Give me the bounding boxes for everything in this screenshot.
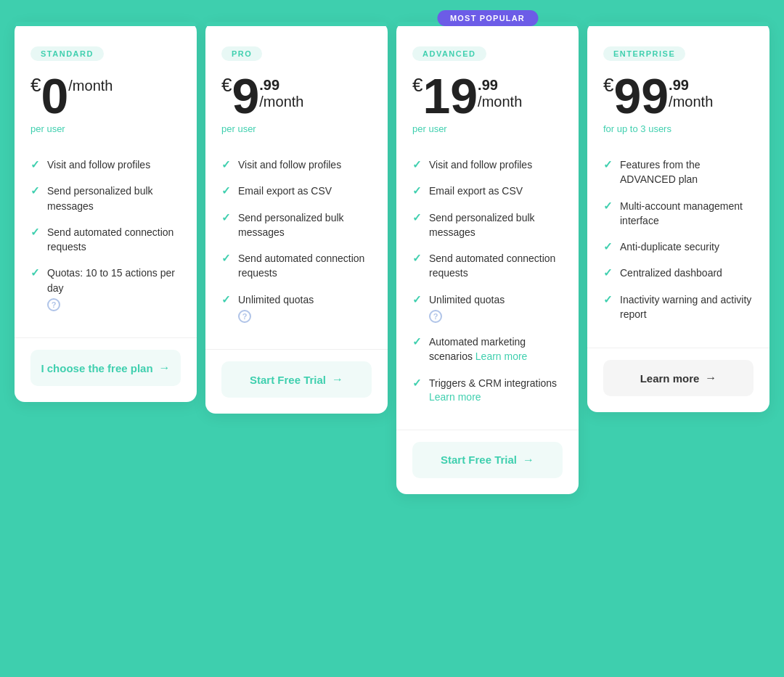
price-main-enterprise: 99 [613, 71, 669, 120]
feature-item-standard-2: ✓Send automated connection requests [30, 225, 181, 255]
feature-item-standard-1: ✓Send personalized bulk messages [30, 184, 181, 213]
feature-text-pro-2: Send personalized bulk messages [238, 212, 344, 238]
feature-text-wrapper-advanced-5: Automated marketing scenarios Learn more [429, 335, 563, 364]
feature-text-enterprise-4: Inactivity warning and activity report [620, 294, 751, 320]
currency-enterprise: € [603, 75, 613, 94]
feature-text-advanced-3: Send automated connection requests [429, 253, 555, 279]
check-icon-standard-0: ✓ [30, 158, 40, 171]
price-row-enterprise: €99.99/month [603, 71, 754, 120]
price-main-advanced: 19 [422, 71, 478, 120]
feature-text-enterprise-3: Centralized dashboard [620, 267, 722, 279]
price-decimal-enterprise: .99 [669, 77, 713, 93]
currency-standard: € [30, 75, 41, 94]
plan-features-advanced: ✓Visit and follow profiles✓Email export … [396, 146, 579, 430]
feature-text-enterprise-0: Features from the ADVANCED plan [620, 159, 701, 185]
check-icon-advanced-3: ✓ [412, 252, 422, 265]
feature-item-enterprise-3: ✓Centralized dashboard [603, 266, 754, 280]
check-icon-enterprise-0: ✓ [603, 158, 613, 171]
feature-text-wrapper-enterprise-3: Centralized dashboard [620, 266, 722, 280]
price-row-standard: €0/month [30, 71, 181, 120]
cta-button-advanced[interactable]: Start Free Trial→ [412, 442, 563, 478]
feature-item-advanced-6: ✓Triggers & CRM integrations Learn more [412, 376, 563, 403]
plan-header-pro: PRO€9.99/monthper user [205, 26, 388, 146]
feature-text-advanced-4: Unlimited quotas [429, 294, 505, 305]
plan-footer-advanced: Start Free Trial→ [396, 430, 579, 494]
feature-link-advanced-6[interactable]: Learn more [429, 391, 481, 403]
currency-advanced: € [412, 75, 422, 94]
plan-card-pro: PRO€9.99/monthper user✓Visit and follow … [205, 22, 388, 414]
feature-item-advanced-0: ✓Visit and follow profiles [412, 157, 563, 172]
feature-text-wrapper-enterprise-0: Features from the ADVANCED plan [620, 157, 754, 187]
cta-arrow-advanced: → [523, 454, 534, 467]
help-icon-pro-4[interactable]: ? [238, 310, 251, 323]
feature-text-advanced-2: Send personalized bulk messages [429, 212, 535, 238]
feature-text-wrapper-advanced-3: Send automated connection requests [429, 251, 563, 281]
feature-text-advanced-0: Visit and follow profiles [429, 159, 532, 171]
feature-text-wrapper-pro-3: Send automated connection requests [238, 251, 372, 281]
price-period-block-standard: /month [68, 77, 113, 94]
price-decimal-block-advanced: .99/month [478, 77, 522, 110]
plan-tier-enterprise: ENTERPRISE [603, 46, 685, 61]
check-icon-pro-1: ✓ [221, 184, 231, 197]
plan-card-advanced: MOST POPULARADVANCED€19.99/monthper user… [396, 22, 579, 494]
price-main-pro: 9 [232, 71, 259, 120]
feature-text-standard-2: Send automated connection requests [47, 226, 173, 253]
check-icon-enterprise-3: ✓ [603, 266, 613, 279]
check-icon-pro-2: ✓ [221, 211, 231, 224]
plan-features-standard: ✓Visit and follow profiles✓Send personal… [15, 146, 197, 337]
feature-text-wrapper-advanced-2: Send personalized bulk messages [429, 210, 563, 240]
feature-item-pro-1: ✓Email export as CSV [221, 184, 372, 198]
price-row-pro: €9.99/month [221, 71, 372, 120]
check-icon-enterprise-4: ✓ [603, 293, 613, 306]
cta-arrow-pro: → [332, 373, 343, 386]
feature-text-standard-1: Send personalized bulk messages [47, 185, 153, 211]
price-main-standard: 0 [41, 71, 68, 120]
feature-item-advanced-4: ✓Unlimited quotas? [412, 292, 563, 323]
feature-item-advanced-2: ✓Send personalized bulk messages [412, 210, 563, 240]
price-subtitle-enterprise: for up to 3 users [603, 123, 754, 134]
plan-header-enterprise: ENTERPRISE€99.99/monthfor up to 3 users [587, 26, 769, 146]
feature-text-wrapper-advanced-6: Triggers & CRM integrations Learn more [429, 376, 563, 403]
feature-text-wrapper-enterprise-1: Multi-account management interface [620, 199, 754, 229]
price-period-advanced: /month [478, 93, 522, 110]
feature-text-wrapper-advanced-0: Visit and follow profiles [429, 157, 532, 172]
feature-item-advanced-3: ✓Send automated connection requests [412, 251, 563, 281]
plan-header-advanced: ADVANCED€19.99/monthper user [396, 26, 579, 146]
feature-text-standard-3: Quotas: 10 to 15 actions per day [47, 267, 175, 293]
feature-item-pro-2: ✓Send personalized bulk messages [221, 210, 372, 240]
feature-text-wrapper-standard-0: Visit and follow profiles [47, 157, 150, 172]
popular-badge: MOST POPULAR [437, 10, 538, 26]
cta-arrow-standard: → [159, 361, 171, 374]
cta-button-enterprise[interactable]: Learn more→ [603, 360, 754, 396]
feature-text-advanced-6: Triggers & CRM integrations [429, 377, 557, 389]
feature-text-pro-3: Send automated connection requests [238, 253, 364, 279]
plan-card-standard: STANDARD€0/monthper user✓Visit and follo… [15, 22, 197, 402]
cta-button-standard[interactable]: I choose the free plan→ [30, 350, 181, 386]
check-icon-advanced-4: ✓ [412, 293, 422, 306]
check-icon-enterprise-2: ✓ [603, 240, 613, 253]
check-icon-pro-3: ✓ [221, 252, 231, 265]
price-row-advanced: €19.99/month [412, 71, 563, 120]
feature-link-advanced-5[interactable]: Learn more [475, 350, 528, 362]
plan-footer-pro: Start Free Trial→ [205, 349, 388, 414]
cta-button-pro[interactable]: Start Free Trial→ [221, 361, 372, 398]
feature-text-wrapper-enterprise-2: Anti-duplicate security [620, 239, 719, 254]
feature-item-pro-0: ✓Visit and follow profiles [221, 157, 372, 172]
feature-text-enterprise-2: Anti-duplicate security [620, 241, 719, 253]
help-icon-standard-3[interactable]: ? [47, 298, 60, 311]
help-icon-advanced-4[interactable]: ? [429, 310, 442, 323]
feature-text-wrapper-advanced-1: Email export as CSV [429, 184, 523, 198]
feature-text-pro-0: Visit and follow profiles [238, 159, 341, 171]
plan-features-enterprise: ✓Features from the ADVANCED plan✓Multi-a… [587, 146, 769, 348]
check-icon-standard-2: ✓ [30, 226, 40, 239]
price-period-pro: /month [259, 93, 303, 110]
cta-arrow-enterprise: → [705, 372, 716, 385]
feature-text-wrapper-pro-4: Unlimited quotas? [238, 292, 314, 323]
price-decimal-pro: .99 [259, 77, 303, 93]
price-decimal-block-enterprise: .99/month [669, 77, 713, 110]
feature-text-wrapper-standard-2: Send automated connection requests [47, 225, 181, 255]
feature-text-pro-4: Unlimited quotas [238, 294, 314, 305]
feature-text-wrapper-standard-1: Send personalized bulk messages [47, 184, 181, 213]
feature-text-pro-1: Email export as CSV [238, 185, 332, 197]
feature-text-wrapper-pro-2: Send personalized bulk messages [238, 210, 372, 240]
